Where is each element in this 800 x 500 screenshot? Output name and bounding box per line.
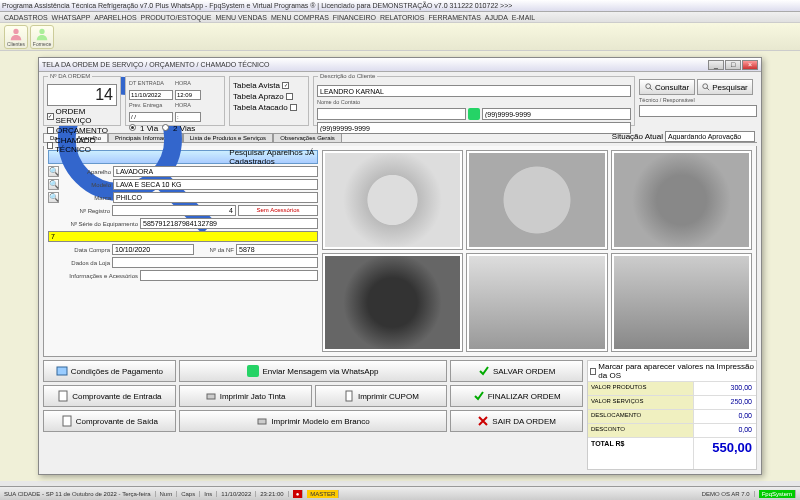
- image-3[interactable]: [611, 150, 752, 250]
- whatsapp-button[interactable]: Enviar Mensagem via WhatsApp: [179, 360, 448, 382]
- svg-rect-11: [346, 391, 352, 401]
- menu-ajuda[interactable]: AJUDA: [485, 14, 508, 21]
- top-buttons: Consultar Pesquisar Técnico / Responsáve…: [639, 76, 757, 126]
- hora-prev-input[interactable]: [175, 112, 201, 122]
- minimize-button[interactable]: _: [708, 60, 724, 70]
- menu-whatsapp[interactable]: WHATSAPP: [52, 14, 91, 21]
- tabela-aprazo-check[interactable]: [286, 93, 293, 100]
- marcar-check[interactable]: [590, 368, 596, 375]
- status-city: SUA CIDADE - SP 11 de Outubro de 2022 - …: [4, 491, 156, 497]
- menu-relatorios[interactable]: RELATORIOS: [380, 14, 424, 21]
- sair-button[interactable]: SAIR DA ORDEM: [450, 410, 583, 432]
- svg-rect-13: [258, 419, 266, 424]
- serie-input[interactable]: [140, 218, 318, 229]
- saida-button[interactable]: Comprovante de Saída: [43, 410, 176, 432]
- ordem-servico-check[interactable]: ✓: [47, 113, 54, 120]
- tabela-group: Tabela Avista✓ Tabela Aprazo Tabela Atac…: [229, 76, 309, 126]
- tabela-atacado-check[interactable]: [290, 104, 297, 111]
- contato-input[interactable]: [317, 108, 466, 120]
- datas-group: DT ENTRADAHORA Prev. EntregaHORA 1 Via2 …: [125, 76, 225, 126]
- tab-obs[interactable]: Observações Gerais: [273, 133, 342, 142]
- total: 550,00: [694, 438, 756, 469]
- maximize-button[interactable]: □: [725, 60, 741, 70]
- whatsapp-icon: [247, 365, 259, 377]
- jato-button[interactable]: Imprimir Jato Tinta: [179, 385, 312, 407]
- salvar-button[interactable]: SALVAR ORDEM: [450, 360, 583, 382]
- marca-search-icon[interactable]: 🔍: [48, 192, 59, 203]
- close-button[interactable]: ×: [742, 60, 758, 70]
- menu-financeiro[interactable]: FINANCEIRO: [333, 14, 376, 21]
- cliente-group: Descrição do Cliente Nome do Contato: [313, 76, 635, 126]
- ordem-dialog: TELA DA ORDEM DE SERVIÇO / ORÇAMENTO / C…: [38, 57, 762, 475]
- whatsapp-icon[interactable]: [468, 108, 480, 120]
- image-4[interactable]: [322, 253, 463, 353]
- svg-line-3: [650, 88, 652, 90]
- loja-input[interactable]: [112, 257, 318, 268]
- tecnico-label: Técnico / Responsável: [639, 97, 757, 103]
- toolbar-clientes[interactable]: Clientes: [4, 25, 28, 49]
- via1-radio[interactable]: [129, 124, 136, 131]
- svg-rect-9: [59, 391, 67, 401]
- hora-entrada-input[interactable]: [175, 90, 201, 100]
- desc-label: Descrição do Cliente: [318, 73, 377, 79]
- situacao-input[interactable]: [665, 131, 755, 142]
- modelo-input[interactable]: [113, 179, 318, 190]
- dt-entrada-input[interactable]: [129, 90, 173, 100]
- svg-rect-12: [63, 416, 71, 426]
- svg-rect-8: [57, 367, 67, 375]
- finalizar-button[interactable]: FINALIZAR ORDEM: [450, 385, 583, 407]
- image-1[interactable]: [322, 150, 463, 250]
- menu-aparelhos[interactable]: APARELHOS: [94, 14, 136, 21]
- valor-servicos: 250,00: [694, 396, 756, 409]
- menu-email[interactable]: E-MAIL: [512, 14, 535, 21]
- marca-input[interactable]: [113, 192, 318, 203]
- sem-acessorios-select[interactable]: Sem Acessórios: [238, 205, 318, 216]
- registro-input[interactable]: [112, 205, 236, 216]
- modelo-search-icon[interactable]: 🔍: [48, 179, 59, 190]
- branco-button[interactable]: Imprimir Modelo em Branco: [179, 410, 448, 432]
- pesquisar-button[interactable]: Pesquisar: [697, 79, 753, 95]
- tabela-avista-check[interactable]: ✓: [282, 82, 289, 89]
- data-compra-input[interactable]: [112, 244, 194, 255]
- consultar-button[interactable]: Consultar: [639, 79, 695, 95]
- image-6[interactable]: [611, 253, 752, 353]
- cliente-nome-input[interactable]: [317, 85, 631, 97]
- ordem-number: 14: [47, 84, 117, 106]
- serie-yellow-input[interactable]: [48, 231, 318, 242]
- desconto: 0,00: [694, 424, 756, 437]
- menu-ferramentas[interactable]: FERRAMENTAS: [428, 14, 480, 21]
- menu-produto[interactable]: PRODUTO/ESTOQUE: [141, 14, 212, 21]
- menu-vendas[interactable]: MENU VENDAS: [216, 14, 267, 21]
- fone2-input[interactable]: [317, 122, 631, 134]
- orcamento-check[interactable]: [47, 127, 54, 134]
- info-input[interactable]: [140, 270, 318, 281]
- app-titlebar: Programa Assistência Técnica Refrigeraçã…: [0, 0, 800, 12]
- tecnico-input[interactable]: [639, 105, 757, 117]
- valor-produtos: 300,00: [694, 382, 756, 395]
- image-5[interactable]: [466, 253, 607, 353]
- condicoes-button[interactable]: Condições de Pagamento: [43, 360, 176, 382]
- main-toolbar: Clientes Fornece: [0, 23, 800, 51]
- dt-prev-input[interactable]: [129, 112, 173, 122]
- fone1-input[interactable]: [482, 108, 631, 120]
- nf-input[interactable]: [236, 244, 318, 255]
- status-master: MASTER: [307, 490, 339, 498]
- image-grid: [322, 150, 752, 352]
- actions: Condições de Pagamento Enviar Mensagem v…: [43, 360, 583, 470]
- cupom-button[interactable]: Imprimir CUPOM: [315, 385, 448, 407]
- menu-compras[interactable]: MENU COMPRAS: [271, 14, 329, 21]
- toolbar-fornece[interactable]: Fornece: [30, 25, 54, 49]
- statusbar: SUA CIDADE - SP 11 de Outubro de 2022 - …: [0, 486, 800, 500]
- svg-point-0: [13, 28, 18, 33]
- image-2[interactable]: [466, 150, 607, 250]
- aparelho-input[interactable]: [113, 166, 318, 177]
- via2-radio[interactable]: [162, 124, 169, 131]
- contato-label: Nome do Contato: [317, 99, 360, 105]
- tab-content: Pesquisar Aparelhos JÁ Cadastrados 🔍Apar…: [43, 146, 757, 357]
- menu-cadastros[interactable]: CADASTROS: [4, 14, 48, 21]
- svg-rect-10: [207, 394, 215, 399]
- chamado-check[interactable]: [47, 142, 53, 149]
- menubar: CADASTROS WHATSAPP APARELHOS PRODUTO/EST…: [0, 12, 800, 23]
- aparelho-search-icon[interactable]: 🔍: [48, 166, 59, 177]
- entrada-button[interactable]: Comprovante de Entrada: [43, 385, 176, 407]
